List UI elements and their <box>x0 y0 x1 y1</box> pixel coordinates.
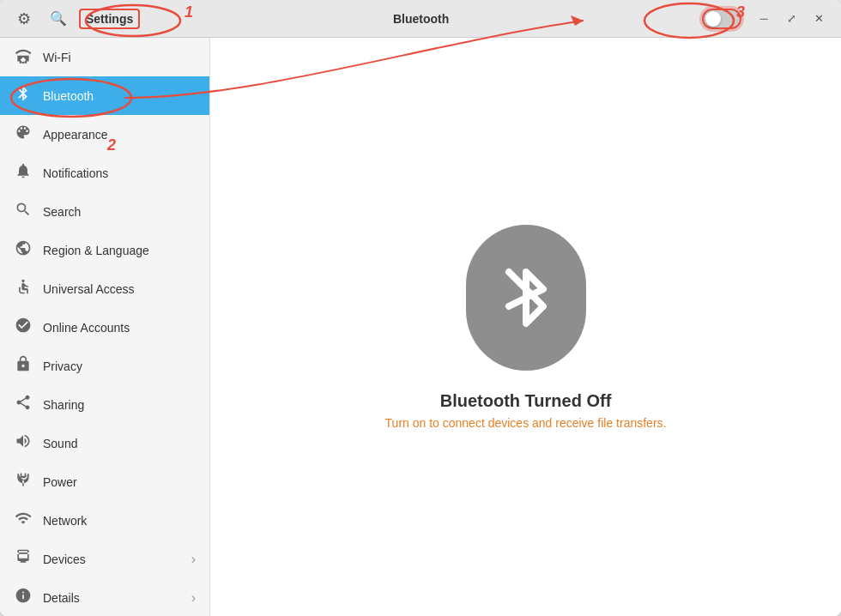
sidebar-item-universal-access[interactable]: Universal Access <box>0 269 209 308</box>
search-icon: 🔍 <box>50 10 67 27</box>
bluetooth-off-title: Bluetooth Turned Off <box>440 391 612 411</box>
search-icon <box>14 201 33 222</box>
sidebar-label-notifications: Notifications <box>43 166 196 180</box>
privacy-icon <box>14 355 33 377</box>
toggle-knob <box>705 11 721 27</box>
sidebar-label-search: Search <box>43 205 196 219</box>
details-icon <box>14 587 33 608</box>
sidebar-label-sound: Sound <box>43 437 196 450</box>
sidebar-item-bluetooth[interactable]: Bluetooth <box>0 76 209 115</box>
sidebar-item-sound[interactable]: Sound <box>0 424 209 462</box>
close-icon: ✕ <box>814 12 824 25</box>
sidebar-label-appearance: Appearance <box>43 128 196 142</box>
sidebar-label-region: Region & Language <box>43 244 196 257</box>
maximize-button[interactable]: ⤢ <box>779 7 803 31</box>
sidebar-item-notifications[interactable]: Notifications <box>0 154 209 192</box>
sidebar-item-privacy[interactable]: Privacy <box>0 347 209 385</box>
online-accounts-icon <box>14 317 33 338</box>
sidebar-label-bluetooth: Bluetooth <box>43 89 196 103</box>
bluetooth-icon <box>14 85 33 106</box>
sidebar-label-sharing: Sharing <box>43 398 196 412</box>
bluetooth-icon <box>492 255 560 341</box>
window-title: Bluetooth <box>140 12 702 26</box>
sidebar-item-search[interactable]: Search <box>0 192 209 231</box>
sidebar-arrow-devices: › <box>191 552 196 567</box>
sidebar-label-devices: Devices <box>43 553 181 566</box>
bluetooth-off-subtitle: Turn on to connect devices and receive f… <box>385 416 667 430</box>
sidebar-label-privacy: Privacy <box>43 359 196 373</box>
gear-button[interactable]: ⚙ <box>10 5 38 33</box>
network-icon <box>14 510 33 531</box>
sidebar-item-network[interactable]: Network <box>0 501 209 540</box>
sidebar-arrow-details: › <box>191 590 196 606</box>
gear-icon: ⚙ <box>17 9 31 28</box>
close-button[interactable]: ✕ <box>807 7 831 31</box>
sidebar-item-online-accounts[interactable]: Online Accounts <box>0 308 209 347</box>
sound-icon <box>14 432 33 454</box>
main-content: Bluetooth Turned Off Turn on to connect … <box>210 38 841 616</box>
sidebar: Wi-FiBluetoothAppearanceNotificationsSea… <box>0 38 210 616</box>
sidebar-item-wifi[interactable]: Wi-Fi <box>0 38 209 76</box>
titlebar: ⚙ 🔍 Settings Bluetooth ─ ⤢ <box>0 0 841 38</box>
minimize-icon: ─ <box>759 12 767 25</box>
sharing-icon <box>14 394 33 415</box>
sidebar-item-devices[interactable]: Devices› <box>0 540 209 578</box>
universal-access-icon <box>14 278 33 299</box>
region-icon <box>14 239 33 261</box>
sidebar-label-network: Network <box>43 514 196 528</box>
sidebar-label-online-accounts: Online Accounts <box>43 321 196 335</box>
sidebar-item-appearance[interactable]: Appearance <box>0 115 209 154</box>
sidebar-item-region[interactable]: Region & Language <box>0 231 209 269</box>
sidebar-item-details[interactable]: Details› <box>0 578 209 616</box>
sidebar-item-sharing[interactable]: Sharing <box>0 385 209 424</box>
appearance-icon <box>14 124 33 145</box>
power-icon <box>14 471 33 492</box>
notifications-icon <box>14 162 33 184</box>
wifi-icon <box>14 46 33 68</box>
bluetooth-toggle[interactable] <box>702 9 741 29</box>
minimize-button[interactable]: ─ <box>752 7 776 31</box>
bluetooth-icon-container <box>466 225 586 371</box>
sidebar-label-details: Details <box>43 591 181 605</box>
search-button[interactable]: 🔍 <box>45 5 72 33</box>
sidebar-label-universal-access: Universal Access <box>43 282 196 296</box>
maximize-icon: ⤢ <box>787 12 796 25</box>
sidebar-label-power: Power <box>43 475 196 489</box>
settings-label: Settings <box>79 9 140 29</box>
content-area: Wi-FiBluetoothAppearanceNotificationsSea… <box>0 38 841 616</box>
svg-point-0 <box>21 280 24 282</box>
devices-icon <box>14 548 33 570</box>
sidebar-label-wifi: Wi-Fi <box>43 51 196 64</box>
sidebar-item-power[interactable]: Power <box>0 462 209 501</box>
